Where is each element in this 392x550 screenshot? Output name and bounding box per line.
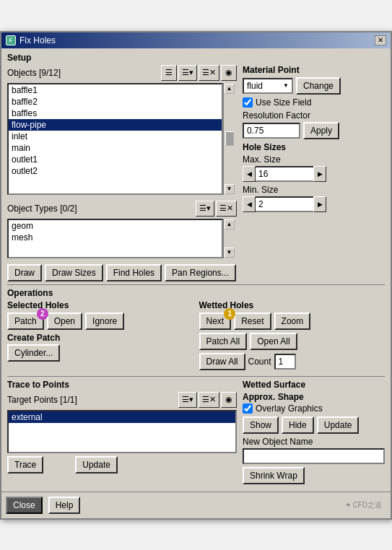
max-size-value: 16 xyxy=(256,166,313,182)
content-area: Setup Objects [9/12] ☰ ☰▾ ☰✕ ◉ ba xyxy=(1,48,391,492)
objects-list-container: baffle1 baffle2 baffles flow-pipe inlet … xyxy=(7,83,237,198)
max-size-increment[interactable]: ▶ xyxy=(313,166,326,182)
use-size-field-label: Use Size Field xyxy=(256,97,311,108)
bottom-section: Trace to Points Target Points [1/1] ☰▾ ☰… xyxy=(7,380,385,487)
trace-update-button[interactable]: Update xyxy=(75,456,118,473)
obj-type-sort-btn[interactable]: ☰▾ xyxy=(196,201,214,217)
min-size-decrement[interactable]: ◀ xyxy=(243,196,256,212)
min-size-label: Min. Size xyxy=(243,185,385,195)
object-types-header-row: Object Types [0/2] ☰▾ ☰✕ xyxy=(7,201,237,217)
min-size-value: 2 xyxy=(256,196,313,212)
overlay-graphics-checkbox[interactable] xyxy=(243,403,253,414)
pan-regions-button[interactable]: Pan Regions... xyxy=(165,264,236,281)
cylinder-button[interactable]: Cylinder... xyxy=(7,344,60,362)
objects-list-btn[interactable]: ☰ xyxy=(161,65,177,81)
objects-clear-btn[interactable]: ☰✕ xyxy=(199,65,219,81)
change-button[interactable]: Change xyxy=(296,77,341,95)
hole-sizes-label: Hole Sizes xyxy=(243,142,385,152)
scroll-thumb[interactable] xyxy=(225,131,234,146)
apply-button[interactable]: Apply xyxy=(303,122,339,139)
open-all-button[interactable]: Open All xyxy=(250,333,297,350)
objects-select-btn[interactable]: ◉ xyxy=(221,65,237,81)
list-item[interactable]: baffle1 xyxy=(9,84,222,96)
overlay-graphics-label: Overlay Graphics xyxy=(256,403,323,414)
objects-toolbar: ☰ ☰▾ ☰✕ ◉ xyxy=(161,65,237,81)
count-label: Count xyxy=(248,357,271,367)
close-window-button[interactable]: ✕ xyxy=(375,35,386,45)
reset-button[interactable]: Reset xyxy=(234,313,271,330)
open-button[interactable]: Open xyxy=(47,313,82,330)
obj-type-clear-btn[interactable]: ☰✕ xyxy=(216,201,237,217)
list-item[interactable]: mesh xyxy=(9,232,222,243)
draw-sizes-button[interactable]: Draw Sizes xyxy=(45,264,103,281)
count-input[interactable] xyxy=(274,354,296,370)
ws-update-button[interactable]: Update xyxy=(317,416,360,434)
setup-label: Setup xyxy=(7,53,385,63)
draw-all-count-row: Draw All Count xyxy=(199,353,386,370)
scroll-up-arrow[interactable]: ▲ xyxy=(225,219,235,230)
help-button[interactable]: Help xyxy=(48,497,81,514)
tp-clear-btn[interactable]: ☰✕ xyxy=(199,392,219,408)
tp-sort-btn[interactable]: ☰▾ xyxy=(178,392,197,408)
target-points-listbox[interactable]: external xyxy=(7,410,237,453)
draw-buttons-row: Draw Draw Sizes Find Holes Pan Regions..… xyxy=(7,264,237,281)
object-types-list-container: geom mesh ▲ ▼ xyxy=(7,219,237,261)
new-object-name-input[interactable] xyxy=(243,448,385,464)
object-types-listbox[interactable]: geom mesh xyxy=(7,219,223,258)
max-size-decrement[interactable]: ◀ xyxy=(243,166,256,182)
scroll-down-arrow[interactable]: ▼ xyxy=(225,184,235,194)
shrink-wrap-button[interactable]: Shrink Wrap xyxy=(243,467,305,484)
use-size-field-checkbox[interactable] xyxy=(243,97,253,108)
list-item[interactable]: external xyxy=(9,411,235,423)
draw-all-button[interactable]: Draw All xyxy=(199,353,245,370)
min-size-increment[interactable]: ▶ xyxy=(313,196,326,212)
resolution-factor-input[interactable] xyxy=(243,123,300,139)
show-hide-update-row: Show Hide Update xyxy=(243,416,385,434)
scroll-up-arrow[interactable]: ▲ xyxy=(225,84,235,94)
top-section: Objects [9/12] ☰ ☰▾ ☰✕ ◉ baffle1 baffle2… xyxy=(7,65,385,284)
tp-select-btn[interactable]: ◉ xyxy=(221,392,237,408)
objects-header-row: Objects [9/12] ☰ ☰▾ ☰✕ ◉ xyxy=(7,65,237,81)
create-patch-row: Cylinder... xyxy=(7,344,193,362)
list-item[interactable]: flow-pipe xyxy=(9,119,222,131)
fluid-dropdown-row: fluid ▼ Change xyxy=(243,77,385,95)
obj-types-scrollbar[interactable]: ▲ ▼ xyxy=(223,219,235,258)
close-button[interactable]: Close xyxy=(6,497,43,514)
list-item[interactable]: inlet xyxy=(9,131,222,142)
fluid-dropdown[interactable]: fluid ▼ xyxy=(243,78,293,94)
objects-sort-btn[interactable]: ☰▾ xyxy=(178,65,197,81)
patch-all-button[interactable]: Patch All xyxy=(199,333,248,350)
list-item[interactable]: main xyxy=(9,142,222,154)
next-reset-zoom-row: Next 1 Reset Zoom xyxy=(199,313,386,330)
hide-button[interactable]: Hide xyxy=(282,416,314,434)
list-item[interactable]: outlet2 xyxy=(9,165,222,177)
wetted-surface-section: Wetted Surface Approx. Shape Overlay Gra… xyxy=(243,380,385,487)
list-item[interactable]: baffle2 xyxy=(9,96,222,108)
operations-panels: Selected Holes Patch 2 Open Ignore Creat… xyxy=(7,300,385,373)
zoom-button[interactable]: Zoom xyxy=(274,313,311,330)
resolution-factor-row: Apply xyxy=(243,122,385,139)
material-point-label: Material Point xyxy=(243,65,385,75)
resolution-factor-label-row: Resolution Factor xyxy=(243,110,385,121)
next-btn-wrapper: Next 1 xyxy=(199,313,232,330)
trace-divider xyxy=(7,376,385,377)
overlay-graphics-row: Overlay Graphics xyxy=(243,403,385,414)
find-holes-button[interactable]: Find Holes xyxy=(106,264,162,281)
objects-listbox[interactable]: baffle1 baffle2 baffles flow-pipe inlet … xyxy=(7,83,223,195)
watermark: ✦ CFD之道 xyxy=(345,500,382,510)
trace-button[interactable]: Trace xyxy=(7,456,43,473)
operations-divider xyxy=(7,284,385,285)
list-item[interactable]: outlet1 xyxy=(9,154,222,165)
wetted-holes-group: Wetted Holes Next 1 Reset Zoom Patch All… xyxy=(199,300,386,373)
show-button[interactable]: Show xyxy=(243,416,279,434)
list-item[interactable]: geom xyxy=(9,220,222,232)
scroll-down-arrow[interactable]: ▼ xyxy=(225,248,235,258)
footer-bar: Close Help ✦ CFD之道 xyxy=(1,492,391,518)
draw-button[interactable]: Draw xyxy=(7,264,42,281)
target-points-header-row: Target Points [1/1] ☰▾ ☰✕ ◉ xyxy=(7,392,237,408)
shrink-wrap-row: Shrink Wrap xyxy=(243,467,385,484)
ignore-button[interactable]: Ignore xyxy=(85,313,124,330)
patch-badge: 2 xyxy=(37,308,48,320)
list-item[interactable]: baffles xyxy=(9,108,222,119)
objects-scrollbar[interactable]: ▲ ▼ xyxy=(223,83,235,195)
